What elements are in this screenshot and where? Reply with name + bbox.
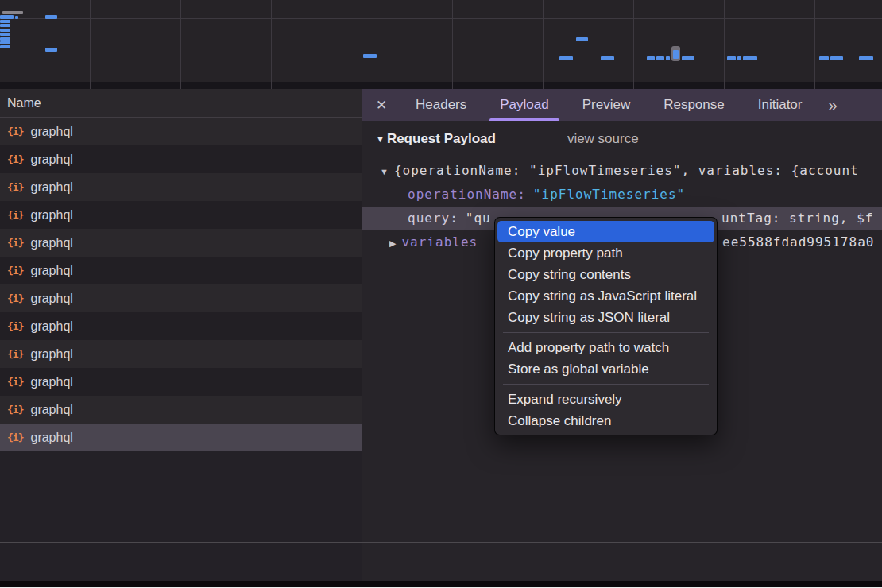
overview-gridline	[724, 0, 725, 89]
menu-item-copy-string-as-json-literal[interactable]: Copy string as JSON literal	[497, 307, 714, 328]
json-braces-icon: {i}	[7, 404, 23, 416]
request-row-graphql[interactable]: {i}graphql	[0, 424, 362, 451]
root-object-row[interactable]: ▼{operationName: "ipFlowTimeseries", var…	[362, 159, 882, 183]
overview-request-bar	[45, 15, 57, 19]
menu-separator	[503, 332, 709, 333]
request-payload-section-header: ▼ Request Payload view source	[376, 131, 639, 147]
overview-request-bar	[0, 33, 10, 36]
request-name-label: graphql	[30, 319, 72, 334]
menu-item-store-as-global-variable[interactable]: Store as global variable	[497, 358, 714, 380]
overview-request-bar	[737, 56, 741, 60]
json-braces-icon: {i}	[7, 153, 23, 165]
request-row-graphql[interactable]: {i}graphql	[0, 396, 362, 424]
tab-payload[interactable]: Payload	[489, 89, 559, 121]
more-tabs-icon[interactable]: »	[828, 96, 835, 114]
json-braces-icon: {i}	[7, 181, 23, 193]
tab-headers[interactable]: Headers	[405, 89, 477, 121]
query-value-tail: untTag: string, $f	[721, 207, 873, 230]
name-column-header[interactable]: Name	[0, 89, 362, 118]
overview-request-bar	[819, 56, 829, 60]
overview-lane-divider	[0, 18, 882, 19]
request-name-label: graphql	[30, 180, 72, 195]
overview-gridline	[543, 0, 544, 89]
variables-preview-tail: ee5588fdad995178a0	[722, 230, 874, 254]
request-row-graphql[interactable]: {i}graphql	[0, 173, 362, 201]
overview-request-bar	[0, 41, 10, 44]
property-key: query:	[408, 211, 458, 226]
detail-tab-bar: ✕ HeadersPayloadPreviewResponseInitiator…	[362, 89, 882, 121]
request-name-label: graphql	[30, 292, 72, 306]
overview-request-bar	[363, 54, 377, 58]
json-braces-icon: {i}	[7, 320, 23, 332]
request-row-graphql[interactable]: {i}graphql	[0, 368, 362, 396]
json-braces-icon: {i}	[7, 265, 23, 277]
overview-request-bar	[0, 37, 10, 41]
request-name-label: graphql	[30, 236, 72, 250]
menu-item-copy-string-contents[interactable]: Copy string contents	[497, 264, 714, 285]
overview-request-bar	[45, 48, 57, 52]
request-row-graphql[interactable]: {i}graphql	[0, 201, 362, 229]
overview-request-bar	[576, 37, 588, 41]
request-name-label: graphql	[30, 153, 72, 167]
overview-gridline	[814, 0, 815, 89]
overview-request-bar	[859, 56, 873, 60]
overview-request-bar	[559, 56, 573, 60]
tab-response[interactable]: Response	[653, 89, 735, 121]
request-row-graphql[interactable]: {i}graphql	[0, 257, 362, 284]
menu-item-copy-string-as-javascript-literal[interactable]: Copy string as JavaScript literal	[497, 285, 714, 307]
overview-request-bar	[830, 56, 843, 60]
overview-request-bar	[727, 56, 736, 60]
collapse-arrow-icon[interactable]: ▼	[380, 167, 389, 176]
active-tab-underline	[489, 118, 559, 121]
request-name-label: graphql	[30, 375, 72, 389]
section-collapse-icon[interactable]: ▼	[376, 134, 385, 144]
json-braces-icon: {i}	[7, 237, 23, 249]
request-row-graphql[interactable]: {i}graphql	[0, 118, 362, 145]
overview-gridline	[271, 0, 272, 89]
overview-request-bar	[0, 20, 10, 23]
property-key: operationName:	[408, 187, 526, 202]
request-list-panel: Name {i}graphql{i}graphql{i}graphql{i}gr…	[0, 89, 362, 588]
request-row-graphql[interactable]: {i}graphql	[0, 340, 362, 368]
overview-request-bar	[0, 45, 10, 48]
menu-item-expand-recursively[interactable]: Expand recursively	[497, 389, 714, 410]
request-row-graphql[interactable]: {i}graphql	[0, 229, 362, 257]
overview-request-bar	[15, 16, 18, 19]
request-row-graphql[interactable]: {i}graphql	[0, 312, 362, 340]
view-source-link[interactable]: view source	[567, 131, 639, 147]
overview-gridline	[90, 0, 91, 89]
section-title: Request Payload	[387, 131, 496, 147]
tab-initiator[interactable]: Initiator	[748, 89, 813, 121]
close-icon[interactable]: ✕	[372, 97, 391, 114]
json-braces-icon: {i}	[7, 376, 23, 388]
expand-arrow-icon[interactable]: ▶	[389, 238, 396, 248]
network-overview-waterfall[interactable]	[0, 0, 882, 89]
json-braces-icon: {i}	[7, 431, 23, 443]
overview-bottom-strip	[0, 82, 882, 89]
tab-preview[interactable]: Preview	[572, 89, 640, 121]
json-braces-icon: {i}	[7, 126, 23, 137]
overview-request-bar	[656, 56, 664, 60]
operation-name-row[interactable]: operationName:"ipFlowTimeseries"	[362, 183, 882, 207]
overview-request-bar	[0, 24, 10, 27]
overview-request-bar	[743, 56, 757, 60]
overview-request-bar	[0, 15, 14, 19]
request-name-label: graphql	[30, 347, 72, 362]
menu-item-copy-property-path[interactable]: Copy property path	[497, 242, 714, 264]
request-row-graphql[interactable]: {i}graphql	[0, 145, 362, 173]
menu-item-copy-value[interactable]: Copy value	[497, 221, 714, 242]
json-braces-icon: {i}	[7, 209, 23, 221]
name-column-label: Name	[7, 96, 41, 110]
request-name-label: graphql	[30, 264, 72, 278]
request-name-label: graphql	[30, 403, 72, 417]
request-row-graphql[interactable]: {i}graphql	[0, 284, 362, 312]
overview-request-bar	[0, 29, 10, 32]
menu-item-collapse-children[interactable]: Collapse children	[497, 410, 714, 431]
property-key: variables	[401, 234, 478, 250]
property-value: "qu	[466, 211, 491, 226]
overview-request-bar	[682, 56, 694, 60]
menu-item-add-property-path-to-watch[interactable]: Add property path to watch	[497, 337, 714, 358]
root-object-preview: {operationName: "ipFlowTimeseries", vari…	[394, 163, 859, 178]
overview-gridline	[362, 0, 362, 89]
json-braces-icon: {i}	[7, 292, 23, 304]
